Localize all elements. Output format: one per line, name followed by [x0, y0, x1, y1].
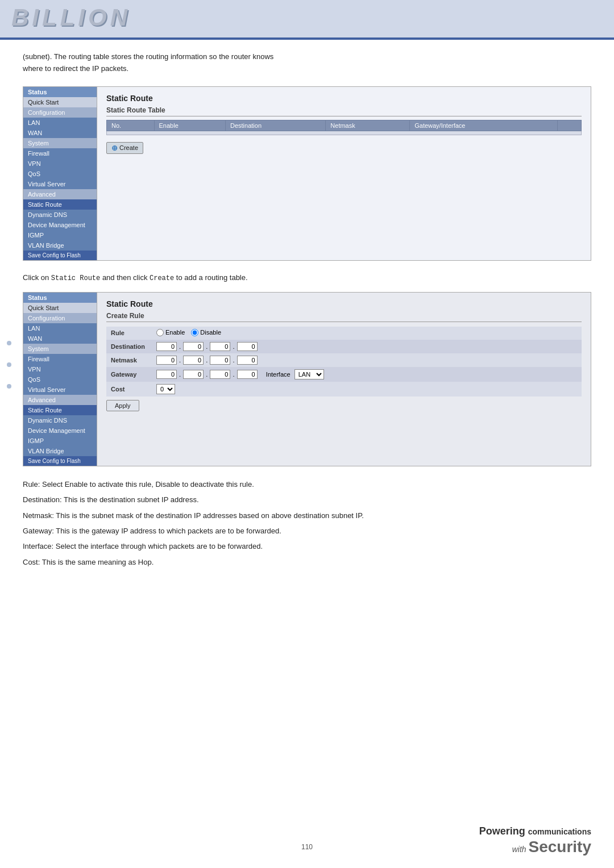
dest-sep1: .	[179, 343, 181, 350]
sidebar-item-advanced-1[interactable]: Advanced	[23, 189, 97, 199]
dest-octet3[interactable]	[210, 342, 230, 351]
sidebar-item-igmp-1[interactable]: IGMP	[23, 230, 97, 240]
sidebar-item-wan-1[interactable]: WAN	[23, 128, 97, 138]
gw-octet4[interactable]	[237, 370, 258, 379]
brand-comm-text: communications	[528, 827, 591, 836]
sidebar-item-staticroute-2[interactable]: Static Route	[23, 405, 97, 415]
brand-with-text: with	[512, 845, 529, 854]
dot-1	[7, 341, 11, 345]
main-content: (subnet). The routing table stores the r…	[0, 40, 614, 582]
netmask-octet2[interactable]	[183, 356, 204, 365]
sidebar-item-qos-1[interactable]: QoS	[23, 169, 97, 179]
desc-gateway: Gateway: This is the gateway IP address …	[23, 524, 591, 537]
empty-row	[107, 131, 582, 135]
sidebar-item-vlanbridge-1[interactable]: VLAN Bridge	[23, 240, 97, 251]
netmask-sep1: .	[179, 357, 181, 364]
sidebar-item-virtualserver-1[interactable]: Virtual Server	[23, 179, 97, 189]
panel1-title: Static Route	[106, 94, 582, 103]
netmask-value: . . .	[152, 353, 582, 367]
panel2-title: Static Route	[106, 299, 582, 308]
netmask-octet4[interactable]	[237, 356, 258, 365]
desc-interface: Interface: Select the interface through …	[23, 540, 591, 553]
netmask-octet1[interactable]	[156, 356, 177, 365]
desc-rule: Rule: Select Enable to activate this rul…	[23, 478, 591, 491]
enable-label: Enable	[165, 329, 185, 336]
sidebar-item-lan-2[interactable]: LAN	[23, 323, 97, 333]
panel2-container: Status Quick Start Configuration LAN WAN…	[23, 292, 591, 466]
cost-label: Cost	[106, 382, 152, 397]
netmask-sep2: .	[206, 357, 208, 364]
create-rule-form: Rule Enable Disable	[106, 327, 582, 397]
col-gateway: Gateway/Interface	[410, 120, 558, 131]
sidebar-item-system-1[interactable]: System	[23, 138, 97, 148]
desc-cost: Cost: This is the same meaning as Hop.	[23, 556, 591, 569]
intro-text: (subnet). The routing table stores the r…	[23, 51, 591, 75]
sidebar-item-dynamicdns-1[interactable]: Dynamic DNS	[23, 210, 97, 220]
panel1-container: Status Quick Start Configuration LAN WAN…	[23, 86, 591, 261]
brand-logo: Powering communications with Security	[479, 825, 591, 857]
cost-select[interactable]: 0 1 2	[156, 384, 175, 394]
sidebar-item-advanced-2[interactable]: Advanced	[23, 395, 97, 405]
sidebar-item-vlanbridge-2[interactable]: VLAN Bridge	[23, 446, 97, 456]
sidebar-item-igmp-2[interactable]: IGMP	[23, 436, 97, 446]
gateway-row: Gateway . . . Interface	[106, 367, 582, 382]
sidebar1: Status Quick Start Configuration LAN WAN…	[23, 87, 97, 260]
sidebar-item-staticroute-1[interactable]: Static Route	[23, 199, 97, 210]
brand-powering-line: Powering communications	[479, 825, 591, 838]
sidebar-item-firewall-1[interactable]: Firewall	[23, 148, 97, 158]
sidebar-item-qos-2[interactable]: QoS	[23, 374, 97, 385]
sidebar-item-system-2[interactable]: System	[23, 344, 97, 354]
rule-label: Rule	[106, 327, 152, 340]
gw-octet2[interactable]	[183, 370, 204, 379]
between-text: Click on Static Route and then click Cre…	[23, 272, 591, 284]
disable-radio-label[interactable]: Disable	[191, 329, 221, 336]
sidebar-item-dynamicdns-2[interactable]: Dynamic DNS	[23, 415, 97, 425]
rule-row: Rule Enable Disable	[106, 327, 582, 340]
sidebar-item-lan-1[interactable]: LAN	[23, 118, 97, 128]
sidebar-item-wan-2[interactable]: WAN	[23, 333, 97, 344]
sidebar-item-saveconfig-2[interactable]: Save Config to Flash	[23, 456, 97, 466]
destination-value: . . .	[152, 340, 582, 353]
col-destination: Destination	[226, 120, 326, 131]
sidebar-item-status-2[interactable]: Status	[23, 293, 97, 303]
left-dots	[7, 341, 11, 389]
panel2-content: Static Route Create Rule Rule Enable	[97, 293, 591, 466]
sidebar-item-configuration-2[interactable]: Configuration	[23, 313, 97, 323]
col-netmask: Netmask	[326, 120, 410, 131]
dest-octet2[interactable]	[183, 342, 204, 351]
sidebar-item-quickstart-1[interactable]: Quick Start	[23, 97, 97, 107]
panel2-subtitle: Create Rule	[106, 312, 582, 322]
dest-sep2: .	[206, 343, 208, 350]
dest-sep3: .	[233, 343, 234, 350]
static-route-table: No. Enable Destination Netmask Gateway/I…	[106, 120, 582, 135]
create-button[interactable]: ⊕ Create	[106, 142, 143, 154]
dot-2	[7, 362, 11, 367]
descriptions: Rule: Select Enable to activate this rul…	[23, 478, 591, 569]
intro-line1: (subnet). The routing table stores the r…	[23, 52, 273, 61]
sidebar-item-status-1[interactable]: Status	[23, 87, 97, 97]
apply-button[interactable]: Apply	[106, 400, 139, 411]
enable-radio[interactable]	[156, 329, 164, 336]
dest-octet4[interactable]	[237, 342, 258, 351]
sidebar-item-devicemgmt-2[interactable]: Device Management	[23, 425, 97, 436]
panel1-subtitle: Static Route Table	[106, 106, 582, 116]
panel1-content: Static Route Static Route Table No. Enab…	[97, 87, 591, 260]
gw-octet1[interactable]	[156, 370, 177, 379]
sidebar-item-vpn-2[interactable]: VPN	[23, 364, 97, 374]
interface-select[interactable]: LAN WAN	[294, 369, 324, 379]
sidebar-item-quickstart-2[interactable]: Quick Start	[23, 303, 97, 313]
brand-security-line: with Security	[479, 837, 591, 857]
netmask-octet3[interactable]	[210, 356, 230, 365]
sidebar-item-firewall-2[interactable]: Firewall	[23, 354, 97, 364]
sidebar-item-vpn-1[interactable]: VPN	[23, 158, 97, 169]
sidebar-item-virtualserver-2[interactable]: Virtual Server	[23, 385, 97, 395]
enable-radio-label[interactable]: Enable	[156, 329, 185, 336]
header: BILLION	[0, 0, 614, 40]
sidebar-item-devicemgmt-1[interactable]: Device Management	[23, 220, 97, 230]
disable-label: Disable	[200, 329, 221, 336]
sidebar-item-saveconfig-1[interactable]: Save Config to Flash	[23, 251, 97, 260]
disable-radio[interactable]	[191, 329, 198, 336]
gw-octet3[interactable]	[210, 370, 230, 379]
dest-octet1[interactable]	[156, 342, 177, 351]
sidebar-item-configuration-1[interactable]: Configuration	[23, 107, 97, 118]
